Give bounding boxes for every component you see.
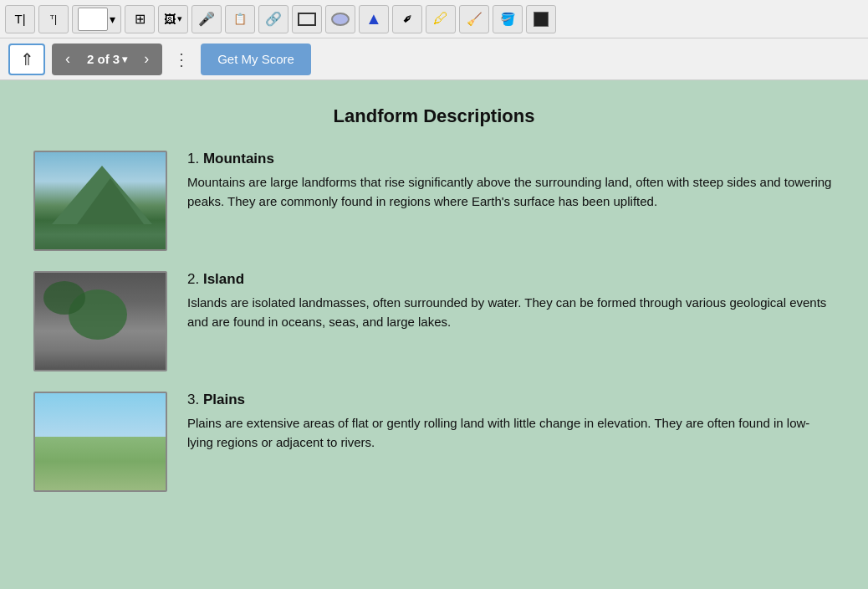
mountains-illustration <box>35 152 166 249</box>
image-icon: 🖼 <box>164 13 176 26</box>
toolbar-nav: ⇑ ‹ 2 of 3 ▾ › ⋮ Get My Score <box>0 38 868 80</box>
list-item: 2. Island Islands are isolated landmasse… <box>33 271 835 371</box>
mic-tool-button[interactable]: 🎤 <box>191 5 222 33</box>
plains-text: 3. Plains Plains are extensive areas of … <box>187 392 835 453</box>
fill-icon: 🪣 <box>500 12 516 27</box>
plains-illustration <box>35 393 166 490</box>
toolbar-top: T| ᵀ| 14 ▾ ⊞ 🖼 ▾ 🎤 📋 🔗 ▲ ✒ 🖊 🧹 🪣 <box>0 0 868 38</box>
image-dropdown-icon: ▾ <box>177 13 182 24</box>
plains-description: Plains are extensive areas of flat or ge… <box>187 413 835 453</box>
oval-tool-button[interactable] <box>325 5 355 33</box>
prev-arrow-icon: ‹ <box>65 50 70 68</box>
island-illustration <box>35 273 166 370</box>
page-indicator[interactable]: 2 of 3 ▾ <box>82 52 132 66</box>
island-name: 2. Island <box>187 271 835 288</box>
color-swatch-icon <box>534 12 549 27</box>
font-size-control[interactable]: 14 ▾ <box>72 5 121 33</box>
highlight-icon: 🖊 <box>433 10 448 28</box>
table-tool-button[interactable]: ⊞ <box>125 5 155 33</box>
table-icon: ⊞ <box>135 11 146 27</box>
plains-name: 3. Plains <box>187 392 835 408</box>
page-indicator-text: 2 of 3 <box>87 52 120 66</box>
text-format-icon: ᵀ| <box>50 13 57 25</box>
mountains-name: 1. Mountains <box>187 151 835 167</box>
font-size-input[interactable]: 14 <box>78 8 108 31</box>
eraser-icon: 🧹 <box>467 12 483 27</box>
nav-more-button[interactable]: ⋮ <box>169 44 194 75</box>
island-description: Islands are isolated landmasses, often s… <box>187 293 835 332</box>
up-arrows-icon: ⇑ <box>20 51 34 68</box>
island-image <box>33 271 167 371</box>
color-swatch-button[interactable] <box>526 5 556 33</box>
stamp-tool-button[interactable]: 📋 <box>225 5 255 33</box>
nav-up-button[interactable]: ⇑ <box>8 44 45 75</box>
font-size-dropdown-icon: ▾ <box>110 13 115 26</box>
list-item: 3. Plains Plains are extensive areas of … <box>33 392 835 492</box>
rectangle-tool-button[interactable] <box>292 5 322 33</box>
mountains-description: Mountains are large landforms that rise … <box>187 172 835 212</box>
link-icon: 🔗 <box>265 11 282 27</box>
list-item: 1. Mountains Mountains are large landfor… <box>33 151 835 251</box>
highlight-tool-button[interactable]: 🖊 <box>426 5 456 33</box>
page-dropdown-icon: ▾ <box>122 54 127 65</box>
triangle-icon: ▲ <box>365 9 382 28</box>
mountains-text: 1. Mountains Mountains are large landfor… <box>187 151 835 212</box>
dots-icon: ⋮ <box>173 49 191 69</box>
text-tool-icon: T| <box>14 12 25 26</box>
mountains-image <box>33 151 167 251</box>
plains-image <box>33 392 167 492</box>
link-tool-button[interactable]: 🔗 <box>258 5 288 33</box>
triangle-tool-button[interactable]: ▲ <box>359 5 389 33</box>
mic-icon: 🎤 <box>198 11 215 27</box>
get-score-label: Get My Score <box>217 52 294 66</box>
text-tool-button[interactable]: T| <box>5 5 35 33</box>
nav-next-button[interactable]: › <box>134 47 159 72</box>
fill-tool-button[interactable]: 🪣 <box>493 5 523 33</box>
pen-tool-button[interactable]: ✒ <box>392 5 422 33</box>
stamp-icon: 📋 <box>233 13 247 25</box>
island-text: 2. Island Islands are isolated landmasse… <box>187 271 835 332</box>
text-format-tool-button[interactable]: ᵀ| <box>38 5 69 33</box>
oval-icon <box>331 13 350 26</box>
rectangle-icon <box>298 13 316 26</box>
nav-page-group: ‹ 2 of 3 ▾ › <box>52 44 162 75</box>
pen-icon: ✒ <box>398 9 417 28</box>
get-score-button[interactable]: Get My Score <box>201 44 311 75</box>
image-tool-button[interactable]: 🖼 ▾ <box>158 5 188 33</box>
eraser-tool-button[interactable]: 🧹 <box>459 5 489 33</box>
nav-prev-button[interactable]: ‹ <box>55 47 80 72</box>
page-title: Landform Descriptions <box>33 105 835 127</box>
next-arrow-icon: › <box>144 50 149 68</box>
content-area: Landform Descriptions 1. Mountains Mount… <box>0 80 868 589</box>
